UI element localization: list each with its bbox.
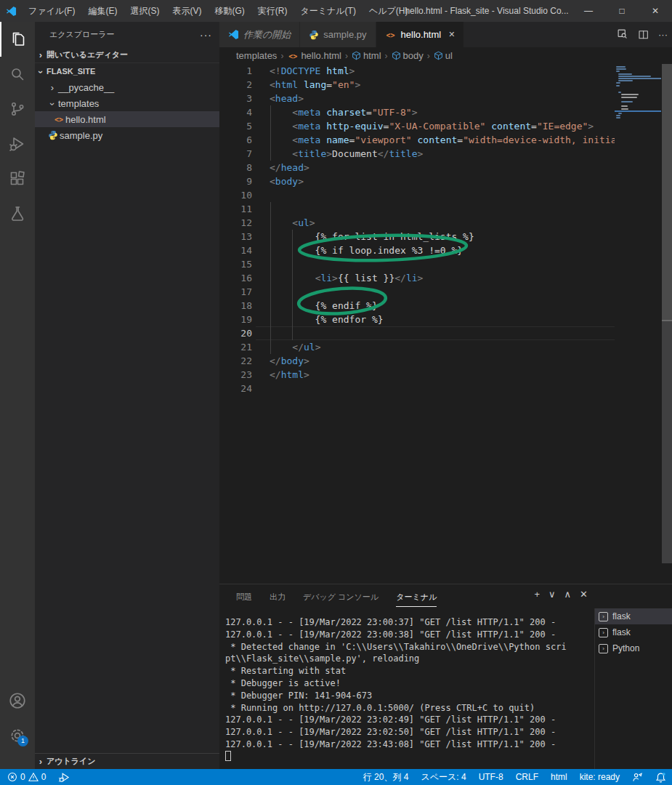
status-debug-icon[interactable] bbox=[59, 772, 70, 783]
code-lines: <!DOCTYPE html><html lang="en"><head> <m… bbox=[270, 64, 615, 395]
activity-extensions[interactable] bbox=[0, 161, 35, 196]
line-number: 22 bbox=[219, 354, 252, 368]
status-bar: 00 行 20、列 4スペース: 4UTF-8CRLFhtmlkite: rea… bbox=[0, 769, 672, 785]
tree-item-label: templates bbox=[58, 98, 99, 109]
tab-bar: 作業の開始sample.py<>hello.html✕ bbox=[219, 22, 672, 47]
section-outline[interactable]: › アウトライン bbox=[35, 753, 219, 769]
code-line: <meta name="viewport" content="width=dev… bbox=[270, 133, 615, 147]
line-number: 20 bbox=[219, 326, 252, 340]
status-errors[interactable]: 0 bbox=[7, 772, 25, 782]
breadcrumb-label: templates bbox=[236, 50, 277, 61]
chevron-up-icon[interactable]: ∧ bbox=[564, 589, 572, 600]
menu-item[interactable]: 編集(E) bbox=[81, 0, 124, 22]
code-line bbox=[270, 257, 615, 271]
chevron-down-icon[interactable]: ∨ bbox=[548, 589, 556, 600]
editor-group: 作業の開始sample.py<>hello.html✕ ··· template… bbox=[219, 22, 672, 584]
code-line: </ul> bbox=[270, 340, 615, 354]
menu-item[interactable]: 表示(V) bbox=[166, 0, 208, 22]
code-line: <html lang="en"> bbox=[270, 78, 615, 92]
symbol-icon bbox=[392, 51, 401, 60]
status-encoding[interactable]: UTF-8 bbox=[479, 772, 503, 782]
code-line: <title>Document</title> bbox=[270, 147, 615, 161]
tree-item-__pycache__[interactable]: ›__pycache__ bbox=[35, 79, 219, 95]
close-panel-icon[interactable]: ✕ bbox=[580, 589, 588, 600]
maximize-button[interactable]: □ bbox=[605, 0, 639, 22]
breadcrumb-separator: › bbox=[426, 51, 432, 61]
minimize-button[interactable]: — bbox=[572, 0, 605, 22]
status-kite[interactable]: kite: ready bbox=[580, 772, 620, 782]
breadcrumb-item-html[interactable]: html bbox=[352, 50, 381, 61]
terminal-line: 127.0.0.1 - - [19/Mar/2022 23:02:50] "GE… bbox=[225, 726, 592, 738]
chevron-right-icon: › bbox=[35, 49, 46, 60]
panel-tab-出力[interactable]: 出力 bbox=[270, 587, 286, 607]
menu-item[interactable]: ファイル(F) bbox=[22, 0, 81, 22]
activity-bar bbox=[0, 22, 35, 769]
status-cursor-position[interactable]: 行 20、列 4 bbox=[363, 771, 409, 784]
feedback-icon[interactable] bbox=[632, 772, 643, 783]
settings-badge: 1 bbox=[17, 736, 28, 746]
tab-作業の開始[interactable]: 作業の開始 bbox=[219, 22, 300, 47]
status-warnings[interactable]: 0 bbox=[28, 772, 46, 782]
breadcrumb-label: ul bbox=[445, 50, 453, 61]
open-changes-icon[interactable] bbox=[617, 28, 629, 41]
split-editor-icon[interactable] bbox=[638, 29, 649, 41]
terminal-icon: › bbox=[599, 644, 608, 653]
terminal-instance-Python[interactable]: ›Python bbox=[595, 640, 672, 656]
line-number: 10 bbox=[219, 188, 252, 202]
tab-label: hello.html bbox=[401, 29, 442, 40]
panel-tab-ターミナル[interactable]: ターミナル bbox=[396, 587, 437, 607]
line-number: 3 bbox=[219, 92, 252, 105]
tree-item-templates[interactable]: ›templates bbox=[35, 95, 219, 111]
activity-testing[interactable] bbox=[0, 196, 35, 231]
panel-tab-デバッグ コンソール[interactable]: デバッグ コンソール bbox=[303, 587, 378, 607]
terminal-line: * Detected change in 'C:\\Users\\Takahir… bbox=[225, 641, 592, 653]
minimap[interactable] bbox=[615, 64, 661, 584]
status-eol[interactable]: CRLF bbox=[516, 772, 538, 782]
terminal-instance-flask[interactable]: ›flask bbox=[595, 608, 672, 624]
breadcrumb-item-body[interactable]: body bbox=[392, 50, 424, 61]
extensions-icon bbox=[9, 170, 26, 188]
more-actions-icon[interactable]: ··· bbox=[658, 29, 668, 40]
activity-explorer[interactable] bbox=[0, 22, 35, 57]
menu-item[interactable]: 選択(S) bbox=[124, 0, 166, 22]
code-line: <head> bbox=[270, 92, 615, 105]
menu-item[interactable]: 移動(G) bbox=[208, 0, 251, 22]
tree-item-sample.py[interactable]: sample.py bbox=[35, 127, 219, 143]
testing-icon bbox=[9, 205, 26, 222]
tree-item-hello.html[interactable]: <>hello.html bbox=[35, 111, 219, 127]
vertical-scrollbar[interactable] bbox=[662, 64, 672, 584]
bell-icon[interactable] bbox=[655, 772, 666, 783]
panel-tab-問題[interactable]: 問題 bbox=[236, 587, 252, 607]
tab-sample.py[interactable]: sample.py bbox=[300, 22, 376, 47]
chevron-right-icon: › bbox=[35, 756, 46, 767]
code-area[interactable]: 123456789101112131415161718192021222324 … bbox=[219, 64, 672, 584]
activity-run-debug[interactable] bbox=[0, 126, 35, 161]
activity-source-control[interactable] bbox=[0, 92, 35, 126]
close-button[interactable]: ✕ bbox=[639, 0, 672, 22]
terminal-instance-flask[interactable]: ›flask bbox=[595, 624, 672, 640]
section-root-folder[interactable]: › FLASK_SITE bbox=[35, 63, 219, 79]
titlebar: ファイル(F)編集(E)選択(S)表示(V)移動(G)実行(R)ターミナル(T)… bbox=[0, 0, 672, 22]
tab-close-icon[interactable]: ✕ bbox=[448, 30, 455, 39]
minimap-line bbox=[618, 76, 651, 77]
new-terminal-icon[interactable]: + bbox=[534, 589, 540, 600]
code-line bbox=[270, 285, 615, 299]
tab-hello.html[interactable]: <>hello.html✕ bbox=[376, 22, 465, 47]
menu-item[interactable]: 実行(R) bbox=[251, 0, 294, 22]
status-language-mode[interactable]: html bbox=[551, 772, 567, 782]
code-line: {% for list in html_lists %} bbox=[270, 230, 615, 243]
line-number: 12 bbox=[219, 216, 252, 230]
section-open-editors[interactable]: › 開いているエディター bbox=[35, 47, 219, 63]
activity-search[interactable] bbox=[0, 57, 35, 92]
explorer-sidebar: エクスプローラー ··· › 開いているエディター › FLASK_SITE ›… bbox=[35, 22, 219, 769]
activity-settings[interactable] bbox=[0, 718, 35, 753]
breadcrumb-item-ul[interactable]: ul bbox=[434, 50, 453, 61]
search-icon bbox=[9, 65, 26, 83]
activity-account[interactable] bbox=[0, 683, 35, 718]
status-indentation[interactable]: スペース: 4 bbox=[421, 771, 466, 784]
editor-actions: ··· bbox=[617, 22, 668, 47]
sidebar-more-actions[interactable]: ··· bbox=[200, 29, 212, 41]
breadcrumb-item-templates[interactable]: templates bbox=[236, 50, 277, 61]
breadcrumb-item-hello.html[interactable]: <>hello.html bbox=[287, 50, 341, 61]
terminal-output[interactable]: 127.0.0.1 - - [19/Mar/2022 23:00:37] "GE… bbox=[225, 616, 592, 768]
